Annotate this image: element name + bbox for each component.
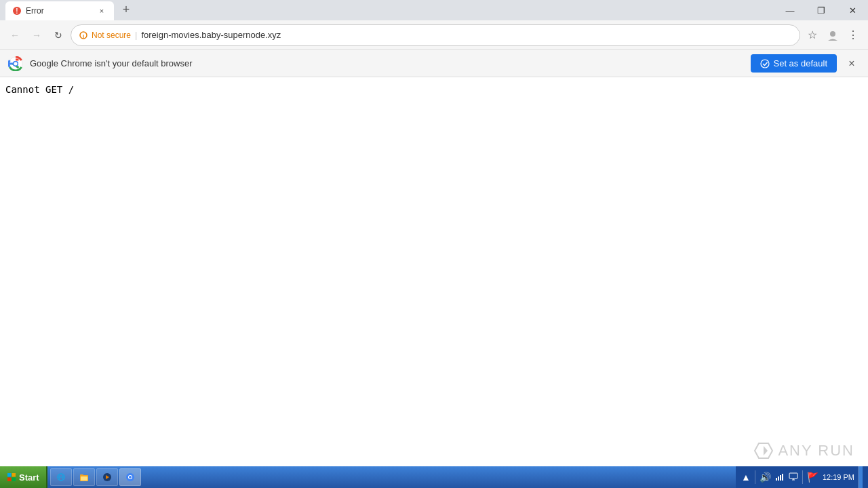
anyrun-logo-icon	[753, 441, 774, 461]
error-message: Cannot GET /	[5, 84, 74, 95]
svg-text:!: !	[16, 7, 18, 15]
svg-point-8	[14, 62, 18, 65]
svg-point-9	[761, 60, 769, 68]
security-icon: i	[79, 31, 87, 39]
window-controls: — ❐ ✕	[774, 0, 868, 20]
svg-point-24	[129, 476, 132, 479]
taskbar-item-wmp[interactable]	[96, 468, 118, 486]
taskbar-items	[47, 468, 736, 486]
bookmark-button[interactable]: ☆	[803, 26, 822, 45]
set-default-button[interactable]: Set as default	[751, 54, 837, 73]
tray-screen-icon[interactable]	[789, 472, 798, 483]
notification-message: Google Chrome isn't your default browser	[30, 58, 744, 68]
svg-rect-25	[776, 478, 777, 481]
notification-close-button[interactable]: ×	[844, 56, 860, 72]
new-tab-button[interactable]: +	[117, 0, 136, 19]
titlebar-left: ! Error × +	[0, 0, 774, 20]
start-label: Start	[19, 472, 39, 483]
tray-separator-1	[755, 470, 755, 484]
url-display: foreign-movies.baby-supernode.xyz	[141, 30, 791, 40]
svg-rect-10	[7, 473, 12, 477]
tab-favicon: !	[12, 6, 22, 16]
taskbar-item-ie[interactable]	[50, 468, 72, 486]
svg-rect-28	[782, 474, 783, 481]
tray-flag-icon[interactable]: 🚩	[807, 472, 818, 483]
system-tray: ▲ 🔊 🚩 12:19 PM	[736, 466, 868, 488]
svg-rect-26	[778, 476, 779, 481]
anyrun-text: ANY RUN	[778, 442, 854, 460]
maximize-button[interactable]: ❐	[806, 0, 837, 20]
svg-rect-13	[12, 478, 16, 482]
ie-icon	[56, 472, 66, 482]
taskbar-item-chrome[interactable]	[119, 468, 141, 486]
anyrun-watermark: ANY RUN	[753, 441, 854, 461]
url-separator: |	[135, 30, 137, 40]
system-clock[interactable]: 12:19 PM	[823, 472, 854, 482]
svg-rect-12	[7, 478, 12, 482]
tray-volume-icon[interactable]: 🔊	[760, 472, 771, 483]
tray-arrow-icon[interactable]: ▲	[741, 472, 751, 483]
tray-network-icon[interactable]	[775, 472, 785, 483]
set-default-label: Set as default	[774, 58, 828, 68]
show-desktop-button[interactable]	[859, 466, 863, 488]
titlebar: ! Error × + — ❐ ✕	[0, 0, 868, 20]
svg-rect-18	[80, 474, 83, 476]
toolbar-right: ☆ ⋮	[803, 26, 863, 45]
svg-rect-29	[789, 473, 797, 479]
not-secure-label: Not secure	[92, 30, 131, 40]
tab-title: Error	[26, 6, 92, 16]
tray-separator-2	[802, 470, 803, 484]
page-content: Cannot GET /	[0, 77, 868, 466]
set-default-icon	[760, 59, 770, 68]
back-button[interactable]: ←	[5, 26, 24, 45]
chrome-taskbar-icon	[125, 472, 135, 482]
forward-button[interactable]: →	[27, 26, 46, 45]
svg-point-4	[830, 31, 835, 37]
svg-rect-27	[780, 475, 781, 481]
toolbar: ← → ↻ i Not secure | foreign-movies.baby…	[0, 20, 868, 50]
address-bar[interactable]: i Not secure | foreign-movies.baby-super…	[71, 24, 800, 46]
svg-marker-33	[764, 446, 768, 455]
taskbar: Start	[0, 466, 868, 488]
minimize-button[interactable]: —	[774, 0, 806, 20]
notification-bar: Google Chrome isn't your default browser…	[0, 50, 868, 77]
tab-close-button[interactable]: ×	[96, 5, 107, 16]
file-explorer-icon	[79, 472, 89, 482]
profile-button[interactable]	[823, 26, 842, 45]
close-button[interactable]: ✕	[837, 0, 868, 20]
wmp-icon	[102, 472, 112, 482]
svg-rect-11	[12, 473, 16, 477]
windows-logo-icon	[7, 472, 16, 482]
taskbar-item-explorer[interactable]	[73, 468, 95, 486]
start-button[interactable]: Start	[0, 466, 47, 488]
tab-bar: ! Error × +	[0, 0, 136, 20]
menu-button[interactable]: ⋮	[844, 26, 863, 45]
svg-text:i: i	[83, 33, 84, 39]
chrome-logo	[8, 56, 23, 71]
refresh-button[interactable]: ↻	[49, 26, 68, 45]
svg-rect-19	[81, 476, 87, 481]
active-tab[interactable]: ! Error ×	[5, 1, 114, 20]
